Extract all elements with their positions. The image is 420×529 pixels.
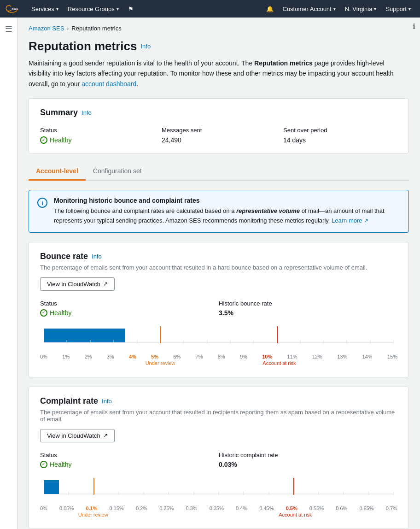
complaint-rate-card: Complaint rate Info The percentage of em…: [29, 387, 409, 529]
page-description: Maintaining a good sender reputation is …: [29, 58, 406, 89]
complaint-bar: [44, 480, 59, 494]
notifications-bell-icon[interactable]: 🔔: [262, 4, 277, 14]
bounce-rate-chart: 0% 1% 2% 3% 4% 5% 6% 7% 8% 9% 10% 11% 12…: [40, 324, 397, 368]
bounce-rate-title-row: Bounce rate Info: [40, 252, 397, 261]
bounce-threshold-labels: Under review Account at risk: [40, 360, 397, 368]
services-nav-item[interactable]: Services ▾: [28, 4, 62, 14]
complaint-rate-chart: 0% 0.05% 0.1% 0.15% 0.2% 0.25% 0.3% 0.35…: [40, 476, 397, 519]
complaint-under-review-label: Under review: [78, 512, 108, 517]
bounce-historic-label: Historic bounce rate: [219, 300, 397, 307]
summary-info-badge[interactable]: Info: [82, 109, 92, 116]
sent-period-label: Sent over period: [283, 127, 397, 134]
pin-icon-nav[interactable]: ⚑: [124, 4, 137, 14]
breadcrumb: Amazon SES › Reputation metrics: [29, 25, 409, 32]
breadcrumb-current: Reputation metrics: [71, 25, 121, 32]
complaint-historic-label: Historic complaint rate: [219, 452, 397, 458]
complaint-status-value: ✓ Healthy: [40, 461, 219, 468]
status-label: Status: [40, 127, 154, 134]
bounce-axis-labels: 0% 1% 2% 3% 4% 5% 6% 7% 8% 9% 10% 11% 12…: [40, 354, 397, 359]
sidebar-toggle[interactable]: ☰: [0, 18, 18, 529]
bounce-rate-chart-svg: [40, 324, 397, 352]
bounce-rate-status-row: Status ✓ Healthy Historic bounce rate 3.…: [40, 300, 397, 317]
messages-sent-value: 24,490: [162, 136, 276, 144]
aws-logo[interactable]: aws: [6, 4, 22, 14]
complaint-rate-status-row: Status ✓ Healthy Historic complaint rate…: [40, 452, 397, 468]
bounce-rate-info-badge[interactable]: Info: [92, 253, 102, 260]
metric-tabs: Account-level Configuration set: [29, 163, 409, 181]
account-chevron-icon: ▾: [333, 6, 336, 12]
complaint-status-label: Status: [40, 452, 219, 458]
tab-account-level[interactable]: Account-level: [29, 163, 86, 181]
complaint-rate-description: The percentage of emails sent from your …: [40, 409, 397, 423]
info-banner-icon: i: [37, 198, 47, 208]
complaint-at-risk-label: Account at risk: [279, 512, 312, 517]
page-title: Reputation metrics: [29, 39, 137, 53]
account-dashboard-link[interactable]: account dashboard: [82, 80, 136, 88]
complaint-rate-title-row: Complaint rate Info: [40, 396, 397, 406]
info-banner-text: The following bounce and complaint rates…: [54, 206, 400, 226]
bounce-status-item: Status ✓ Healthy: [40, 300, 219, 317]
complaint-axis-labels: 0% 0.05% 0.1% 0.15% 0.2% 0.25% 0.3% 0.35…: [40, 505, 397, 511]
bounce-historic-value: 3.5%: [219, 309, 397, 317]
customer-account-nav-item[interactable]: Customer Account ▾: [279, 4, 339, 14]
region-nav-item[interactable]: N. Virginia ▾: [341, 4, 380, 14]
summary-status-item: Status ✓ Healthy: [40, 127, 154, 144]
status-check-icon: ✓: [40, 136, 47, 144]
external-link-icon: ↗: [364, 217, 368, 224]
summary-card: Summary Info Status ✓ Healthy Messages s…: [29, 98, 409, 153]
bounce-rate-title: Bounce rate: [40, 252, 88, 261]
resource-groups-nav-item[interactable]: Resource Groups ▾: [64, 4, 122, 14]
complaint-rate-cloudwatch-button[interactable]: View in CloudWatch ↗: [40, 429, 115, 442]
info-banner-content: Monitoring historic bounce and complaint…: [54, 197, 400, 226]
status-value: ✓ Healthy: [40, 136, 154, 144]
info-banner-title: Monitoring historic bounce and complaint…: [54, 197, 400, 204]
summary-period-item: Sent over period 14 days: [283, 127, 397, 144]
top-navigation: aws Services ▾ Resource Groups ▾ ⚑ 🔔 Cus…: [0, 0, 420, 18]
resource-groups-chevron-icon: ▾: [117, 6, 119, 12]
bounce-status-check-icon: ✓: [40, 309, 47, 317]
bounce-status-value: ✓ Healthy: [40, 309, 219, 317]
bounce-rate-cloudwatch-button[interactable]: View in CloudWatch ↗: [40, 277, 115, 291]
complaint-historic-item: Historic complaint rate 0.03%: [219, 452, 397, 468]
sent-period-value: 14 days: [283, 136, 397, 144]
bounce-rate-card: Bounce rate Info The percentage of email…: [29, 242, 409, 377]
page-info-icon[interactable]: ℹ: [408, 18, 420, 35]
svg-text:aws: aws: [12, 6, 18, 11]
summary-messages-item: Messages sent 24,490: [162, 127, 276, 144]
complaint-historic-value: 0.03%: [219, 461, 397, 468]
region-chevron-icon: ▾: [374, 6, 376, 12]
support-nav-item[interactable]: Support ▾: [382, 4, 414, 14]
bounce-status-label: Status: [40, 300, 219, 307]
bounce-rate-description: The percentage of emails sent from your …: [40, 264, 397, 271]
breadcrumb-parent-link[interactable]: Amazon SES: [29, 25, 64, 32]
summary-title: Summary: [40, 108, 78, 118]
bounce-at-risk-label: Account at risk: [262, 360, 296, 366]
complaint-rate-info-badge[interactable]: Info: [102, 398, 112, 405]
complaint-status-item: Status ✓ Healthy: [40, 452, 219, 468]
bounce-cloudwatch-external-icon: ↗: [103, 281, 108, 287]
services-chevron-icon: ▾: [56, 6, 58, 12]
complaint-cloudwatch-external-icon: ↗: [103, 432, 108, 439]
bounce-historic-item: Historic bounce rate 3.5%: [219, 300, 397, 317]
page-info-badge[interactable]: Info: [141, 43, 151, 50]
summary-title-row: Summary Info: [40, 108, 397, 118]
complaint-status-check-icon: ✓: [40, 461, 47, 468]
summary-grid: Status ✓ Healthy Messages sent 24,490 Se…: [40, 127, 397, 144]
bounce-bar: [44, 329, 125, 342]
page-title-row: Reputation metrics Info: [29, 39, 409, 53]
messages-sent-label: Messages sent: [162, 127, 276, 134]
breadcrumb-separator: ›: [67, 25, 69, 32]
tab-configuration-set[interactable]: Configuration set: [86, 163, 149, 181]
support-chevron-icon: ▾: [408, 6, 411, 12]
learn-more-link[interactable]: Learn more ↗: [332, 217, 368, 224]
complaint-threshold-labels: Under review Account at risk: [40, 512, 397, 519]
complaint-rate-chart-svg: [40, 476, 397, 503]
info-banner: i Monitoring historic bounce and complai…: [29, 190, 409, 233]
complaint-rate-title: Complaint rate: [40, 396, 98, 406]
bounce-under-review-label: Under review: [146, 360, 175, 366]
info-circle-icon: ℹ: [413, 23, 415, 30]
hamburger-icon: ☰: [5, 24, 12, 34]
